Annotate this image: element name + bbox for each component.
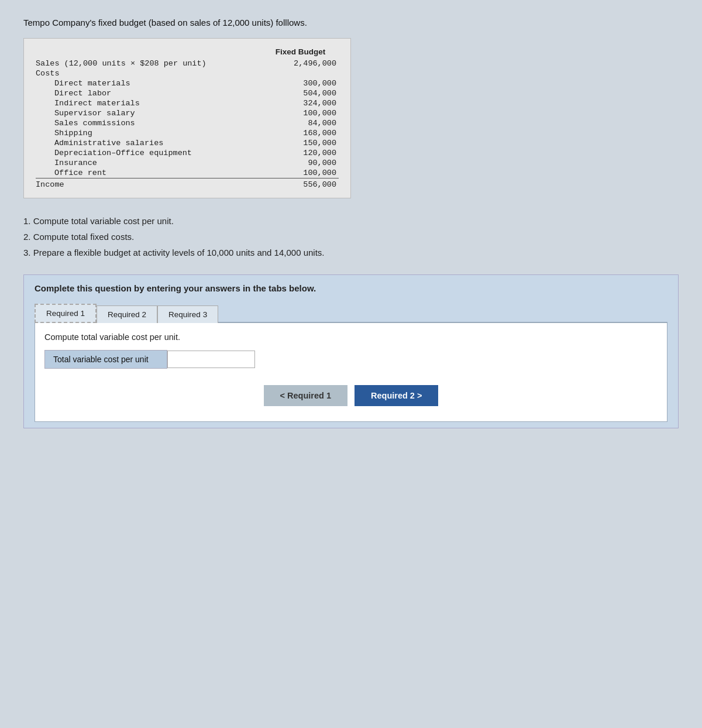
- cost-item-value: 100,000: [262, 108, 339, 118]
- income-value: 556,000: [262, 178, 339, 190]
- cost-item-value: 100,000: [262, 168, 339, 178]
- cost-item-row: Administrative salaries150,000: [36, 138, 339, 148]
- question-1: 1. Compute total variable cost per unit.: [23, 213, 679, 229]
- cost-item-label: Direct materials: [36, 78, 262, 88]
- question-2: 2. Compute total fixed costs.: [23, 229, 679, 245]
- cost-item-value: 168,000: [262, 128, 339, 138]
- sales-value: 2,496,000: [262, 59, 339, 68]
- budget-header-empty: [36, 47, 262, 59]
- cost-item-row: Indirect materials324,000: [36, 98, 339, 108]
- cost-item-label: Office rent: [36, 168, 262, 178]
- nav-buttons: < Required 1 Required 2 >: [44, 385, 658, 412]
- income-row: Income 556,000: [36, 178, 339, 190]
- cost-item-row: Sales commissions84,000: [36, 118, 339, 128]
- tab-required-3[interactable]: Required 3: [157, 305, 218, 323]
- sales-label: Sales (12,000 units × $208 per unit): [36, 59, 262, 68]
- cost-item-value: 120,000: [262, 148, 339, 158]
- cost-item-row: Insurance90,000: [36, 158, 339, 168]
- cost-item-label: Shipping: [36, 128, 262, 138]
- next-button[interactable]: Required 2 >: [355, 385, 438, 406]
- intro-text: Tempo Company's fixed budget (based on s…: [23, 18, 679, 28]
- row-label: Total variable cost per unit: [44, 350, 167, 369]
- prev-button[interactable]: < Required 1: [264, 385, 347, 406]
- cost-item-label: Supervisor salary: [36, 108, 262, 118]
- question-3: 3. Prepare a flexible budget at activity…: [23, 245, 679, 260]
- cost-item-value: 324,000: [262, 98, 339, 108]
- tabs-area: Required 1 Required 2 Required 3: [35, 303, 667, 323]
- total-variable-cost-input[interactable]: [167, 351, 255, 368]
- cost-item-label: Direct labor: [36, 88, 262, 98]
- budget-table: Fixed Budget Sales (12,000 units × $208 …: [36, 47, 339, 190]
- income-label: Income: [36, 178, 262, 190]
- cost-item-row: Direct labor504,000: [36, 88, 339, 98]
- questions-section: 1. Compute total variable cost per unit.…: [23, 213, 679, 260]
- cost-item-label: Indirect materials: [36, 98, 262, 108]
- costs-row: Costs: [36, 68, 339, 78]
- complete-label: Complete this question by entering your …: [35, 283, 667, 293]
- cost-item-value: 504,000: [262, 88, 339, 98]
- budget-table-container: Fixed Budget Sales (12,000 units × $208 …: [23, 38, 351, 198]
- cost-item-label: Administrative salaries: [36, 138, 262, 148]
- tab-required-1[interactable]: Required 1: [35, 304, 97, 323]
- cost-item-row: Office rent100,000: [36, 168, 339, 178]
- complete-box: Complete this question by entering your …: [23, 274, 679, 428]
- compute-label: Compute total variable cost per unit.: [44, 330, 658, 342]
- cost-item-row: Supervisor salary100,000: [36, 108, 339, 118]
- cost-item-value: 150,000: [262, 138, 339, 148]
- budget-header-label: Fixed Budget: [262, 47, 339, 59]
- cost-item-label: Depreciation–Office equipment: [36, 148, 262, 158]
- costs-label: Costs: [36, 68, 262, 78]
- cost-item-value: 300,000: [262, 78, 339, 88]
- cost-item-value: 84,000: [262, 118, 339, 128]
- cost-item-row: Direct materials300,000: [36, 78, 339, 88]
- costs-empty: [262, 68, 339, 78]
- cost-item-row: Shipping168,000: [36, 128, 339, 138]
- cost-item-value: 90,000: [262, 158, 339, 168]
- cost-item-row: Depreciation–Office equipment120,000: [36, 148, 339, 158]
- cost-item-label: Sales commissions: [36, 118, 262, 128]
- budget-header-row: Fixed Budget: [36, 47, 339, 59]
- sales-row: Sales (12,000 units × $208 per unit) 2,4…: [36, 59, 339, 68]
- tab-required-2[interactable]: Required 2: [97, 305, 157, 323]
- cost-item-label: Insurance: [36, 158, 262, 168]
- answer-row: Total variable cost per unit: [44, 350, 658, 369]
- tab-content: Compute total variable cost per unit. To…: [35, 323, 667, 422]
